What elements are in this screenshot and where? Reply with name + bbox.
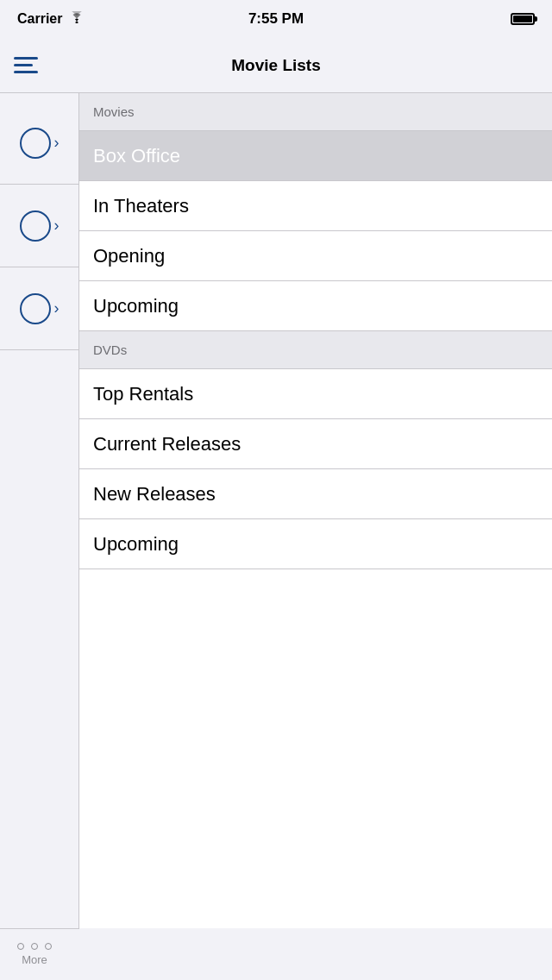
more-tab[interactable]: More bbox=[17, 943, 52, 966]
main-container: › › › Movies Box Office In Theaters Open… bbox=[0, 93, 552, 928]
opening-item[interactable]: Opening bbox=[79, 231, 552, 281]
more-label: More bbox=[22, 953, 47, 966]
chevron-right-icon-2: › bbox=[54, 217, 60, 235]
chevron-right-icon-3: › bbox=[54, 299, 60, 317]
current-releases-label: Current Releases bbox=[93, 433, 241, 455]
carrier-wifi: Carrier bbox=[17, 11, 121, 27]
content-area: Movies Box Office In Theaters Opening Up… bbox=[79, 93, 552, 928]
nav-title: Movie Lists bbox=[231, 56, 320, 75]
movies-upcoming-item[interactable]: Upcoming bbox=[79, 281, 552, 331]
sidebar-circle-1 bbox=[20, 128, 51, 159]
status-bar: Carrier 7:55 PM bbox=[0, 0, 552, 38]
in-theaters-item[interactable]: In Theaters bbox=[79, 181, 552, 231]
dvds-upcoming-item[interactable]: Upcoming bbox=[79, 519, 552, 569]
tab-dot-2 bbox=[31, 943, 38, 950]
carrier-label: Carrier bbox=[17, 11, 62, 27]
hamburger-line-2 bbox=[14, 64, 33, 66]
opening-label: Opening bbox=[93, 245, 165, 267]
hamburger-button[interactable] bbox=[14, 47, 55, 85]
sidebar: › › › bbox=[0, 93, 79, 928]
battery-area bbox=[431, 13, 535, 25]
new-releases-item[interactable]: New Releases bbox=[79, 469, 552, 519]
chevron-right-icon-1: › bbox=[54, 134, 60, 152]
new-releases-label: New Releases bbox=[93, 483, 216, 506]
wifi-icon bbox=[69, 11, 85, 27]
battery-icon bbox=[511, 13, 535, 25]
dvds-header-text: DVDs bbox=[93, 342, 127, 357]
sidebar-item-3[interactable]: › bbox=[0, 267, 78, 350]
svg-point-0 bbox=[76, 22, 78, 24]
hamburger-line-1 bbox=[14, 57, 38, 60]
current-releases-item[interactable]: Current Releases bbox=[79, 419, 552, 469]
top-rentals-label: Top Rentals bbox=[93, 383, 193, 405]
nav-bar: Movie Lists bbox=[0, 38, 552, 93]
sidebar-circle-3 bbox=[20, 293, 51, 324]
sidebar-circle-2 bbox=[20, 210, 51, 242]
top-rentals-item[interactable]: Top Rentals bbox=[79, 369, 552, 419]
movies-upcoming-label: Upcoming bbox=[93, 295, 179, 317]
movies-header-text: Movies bbox=[93, 104, 135, 119]
hamburger-line-3 bbox=[14, 71, 38, 73]
status-time: 7:55 PM bbox=[248, 10, 304, 28]
sidebar-item-1[interactable]: › bbox=[0, 102, 78, 185]
movies-section-header: Movies bbox=[79, 93, 552, 131]
box-office-label: Box Office bbox=[93, 145, 180, 167]
in-theaters-label: In Theaters bbox=[93, 195, 189, 217]
dvds-section-header: DVDs bbox=[79, 331, 552, 369]
tab-bar-dots bbox=[17, 943, 52, 950]
sidebar-item-2[interactable]: › bbox=[0, 185, 78, 267]
dvds-upcoming-label: Upcoming bbox=[93, 533, 179, 556]
tab-dot-3 bbox=[45, 943, 52, 950]
tab-dot-1 bbox=[17, 943, 24, 950]
tab-bar: More bbox=[0, 928, 79, 980]
box-office-item[interactable]: Box Office bbox=[79, 131, 552, 181]
